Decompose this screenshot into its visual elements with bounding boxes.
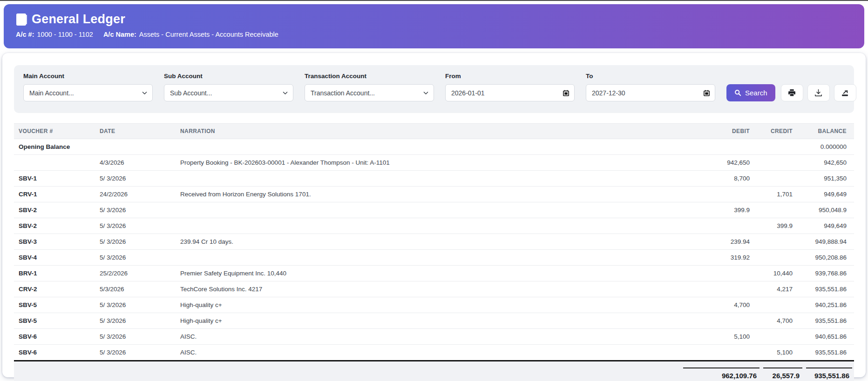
table-row: 4/3/2026Property Booking - BK-202603-000… [14,155,854,171]
sub-account-select[interactable]: Sub Account... [164,84,293,101]
cell-credit: 10,440 [754,266,797,281]
cell-credit [754,139,797,155]
cell-voucher: SBV-1 [14,171,95,187]
transaction-account-select[interactable]: Transaction Account... [305,84,434,101]
account-number-label: A/c #: [16,31,34,38]
cell-balance: 0.000000 [797,139,854,155]
cell-date: 5/ 3/2026 [95,202,176,218]
filter-bar: Main Account Main Account... Sub Account… [14,65,854,113]
cell-credit: 1,701 [754,187,797,202]
search-button[interactable]: Search [726,84,775,101]
cell-debit [685,266,754,281]
cell-voucher: CRV-2 [14,281,95,297]
cell-narration: Received from Horizon Energy Solutions 1… [176,187,685,202]
cell-debit [685,139,754,155]
cell-narration: Premier Safety Equipment Inc. 10,440 [176,266,685,281]
cell-credit [754,155,797,171]
cell-debit [685,218,754,234]
table-row: SBV-15/ 3/20268,700951,350 [14,171,854,187]
account-name-value: Assets - Current Assets - Accounts Recei… [139,31,278,38]
cell-credit: 399.9 [754,218,797,234]
cell-date: 5/ 3/2026 [95,297,176,313]
column-header-credit: CREDIT [754,124,797,139]
to-date-label: To [586,73,715,80]
account-number-value: 1000 - 1100 - 1102 [37,31,93,38]
cell-balance: 949,888.94 [797,234,854,250]
cell-debit [685,187,754,202]
main-account-label: Main Account [23,73,153,80]
from-date-input[interactable] [445,84,575,101]
cell-narration [176,250,685,266]
sub-account-label: Sub Account [164,73,293,80]
cell-balance: 950,208.86 [797,250,854,266]
ledger-table: VOUCHER # DATE NARRATION DEBIT CREDIT BA… [14,123,854,361]
cell-debit: 319.92 [685,250,754,266]
cell-credit [754,329,797,345]
cell-balance: 939,768.86 [797,266,854,281]
cell-voucher: SBV-6 [14,345,95,361]
cell-voucher: SBV-3 [14,234,95,250]
cell-voucher: CRV-1 [14,187,95,202]
cell-balance: 949,649 [797,218,854,234]
cell-narration: TechCore Solutions Inc. 4217 [176,281,685,297]
cell-debit: 5,100 [685,329,754,345]
cell-voucher [14,155,95,171]
table-row: SBV-55/ 3/2026High-quality c+4,700940,25… [14,297,854,313]
window-edge [0,0,868,1]
page-header: General Ledger A/c #: 1000 - 1100 - 1102… [4,4,864,48]
cell-balance: 942,650 [797,155,854,171]
table-row: Opening Balance0.000000 [14,139,854,155]
download-icon [814,89,822,97]
cell-balance: 949,649 [797,187,854,202]
cell-credit [754,171,797,187]
cell-date: 25/2/2026 [95,266,176,281]
export-icon [841,89,849,97]
filter-actions: Search [726,84,856,101]
table-header-row: VOUCHER # DATE NARRATION DEBIT CREDIT BA… [14,124,854,139]
cell-debit: 399.9 [685,202,754,218]
cell-voucher: SBV-2 [14,202,95,218]
cell-narration: AISC. [176,345,685,361]
table-row: BRV-125/2/2026Premier Safety Equipment I… [14,266,854,281]
table-row: SBV-45/ 3/2026319.92950,208.86 [14,250,854,266]
cell-date: 5/ 3/2026 [95,234,176,250]
table-row: CRV-25/3/2026TechCore Solutions Inc. 421… [14,281,854,297]
main-account-select[interactable]: Main Account... [23,84,153,101]
print-button[interactable] [781,84,803,101]
ledger-table-body: Opening Balance0.0000004/3/2026Property … [14,139,854,361]
cell-voucher: SBV-4 [14,250,95,266]
table-row: SBV-65/ 3/2026AISC.5,100935,551.86 [14,345,854,361]
cell-narration: Property Booking - BK-202603-00001 - Ale… [176,155,685,171]
totals-footer: 962,109.76 26,557.9 935,551.86 [14,361,854,381]
cell-debit: 4,700 [685,297,754,313]
page-title: General Ledger [32,12,125,27]
from-date-label: From [445,73,575,80]
column-header-voucher: VOUCHER # [14,124,95,139]
cell-credit: 5,100 [754,345,797,361]
cell-narration [176,202,685,218]
cell-narration [176,139,685,155]
column-header-balance: BALANCE [797,124,854,139]
cell-credit [754,202,797,218]
cell-date: 5/ 3/2026 [95,345,176,361]
cell-debit [685,313,754,329]
column-header-narration: NARRATION [176,124,685,139]
cell-credit [754,234,797,250]
cell-date: 5/ 3/2026 [95,250,176,266]
cell-voucher: Opening Balance [14,139,95,155]
export-button[interactable] [834,84,856,101]
cell-balance: 940,251.86 [797,297,854,313]
printer-icon [788,89,796,97]
cell-date: 4/3/2026 [95,155,176,171]
account-name-label: A/c Name: [103,31,136,38]
content-card: Main Account Main Account... Sub Account… [2,53,866,377]
table-row: SBV-25/ 3/2026399.9949,649 [14,218,854,234]
cell-date: 5/ 3/2026 [95,329,176,345]
to-date-input[interactable] [586,84,715,101]
cell-credit [754,297,797,313]
cell-date: 5/ 3/2026 [95,218,176,234]
cell-voucher: SBV-2 [14,218,95,234]
download-button[interactable] [807,84,830,101]
table-row: SBV-35/ 3/2026239.94 Cr 10 days.239.9494… [14,234,854,250]
search-button-label: Search [745,89,767,97]
